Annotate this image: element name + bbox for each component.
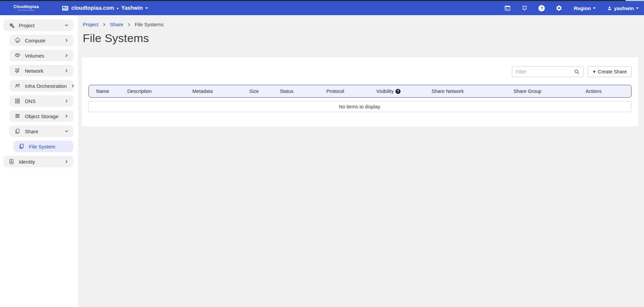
sidebar-item-label: Identity: [19, 159, 60, 165]
sidebar-item-network[interactable]: Network: [9, 65, 73, 76]
chevron-down-icon: [64, 129, 69, 134]
sidebar-item-label: Compute: [25, 38, 60, 43]
sidebar-item-label: DNS: [25, 98, 60, 104]
column-header-actions: Actions: [583, 89, 631, 94]
domain-project-switcher[interactable]: cloudtopiaa.com • Yashwin: [62, 5, 148, 11]
column-header-size[interactable]: Size: [247, 89, 277, 94]
user-dropdown[interactable]: yashwin: [607, 5, 639, 11]
sidebar-item-identity[interactable]: Identity: [3, 156, 73, 167]
sidebar-item-project[interactable]: Project: [3, 20, 73, 31]
sidebar-item-label: File System: [29, 144, 69, 149]
visibility-help-icon[interactable]: ?: [395, 89, 401, 94]
cube-icon: [14, 52, 21, 59]
sidebar-item-compute[interactable]: Compute: [9, 35, 73, 46]
breadcrumb-project-link[interactable]: Project: [83, 22, 99, 27]
sidebar-item-volumes[interactable]: Volumes: [9, 50, 73, 61]
sidebar-item-dns[interactable]: DNS: [9, 95, 73, 107]
create-share-label: Create Share: [598, 69, 627, 74]
column-header-name[interactable]: Name: [89, 89, 124, 94]
breadcrumb: Project Share File Systems: [83, 22, 644, 27]
user-icon: [607, 6, 612, 11]
column-header-protocol[interactable]: Protocol: [324, 89, 373, 94]
sidebar-item-object-storage[interactable]: Object Storage: [9, 110, 73, 122]
sidebar: Project Compute: [0, 15, 78, 307]
chevron-right-icon: [64, 68, 69, 73]
chevron-right-icon: [64, 98, 69, 104]
caret-down-icon: [636, 7, 639, 9]
sidebar-item-label: Network: [25, 68, 60, 74]
console-terminal-icon[interactable]: [504, 5, 511, 11]
copy-pages-icon: [14, 128, 21, 135]
caret-down-icon: [593, 7, 596, 9]
column-header-share-group[interactable]: Share Group: [511, 89, 583, 94]
chevron-down-icon: [64, 23, 69, 28]
sidebar-item-file-system[interactable]: File System: [13, 141, 73, 152]
create-share-button[interactable]: + Create Share: [588, 66, 632, 77]
server-stack-icon: [14, 98, 21, 104]
settings-gear-icon[interactable]: [556, 5, 562, 11]
table-empty-row: No items to display.: [88, 101, 632, 112]
search-icon[interactable]: [573, 68, 580, 75]
gears-icon: [8, 22, 15, 29]
sidebar-item-label: Share: [25, 129, 60, 134]
region-dropdown[interactable]: Region: [574, 5, 596, 11]
domain-name: cloudtopiaa.com: [71, 5, 114, 11]
chevron-right-icon: [102, 23, 106, 27]
column-header-status[interactable]: Status: [277, 89, 324, 94]
sidebar-item-share[interactable]: Share: [9, 126, 73, 137]
id-badge-icon: [8, 158, 15, 165]
chevron-right-icon: [71, 83, 75, 89]
bars-icon: [14, 113, 21, 120]
person-gear-icon: [14, 82, 21, 89]
brand-logo-title: Cloudtopiaa: [5, 5, 48, 9]
column-header-metadata[interactable]: Metadata: [190, 89, 247, 94]
filter-group: [512, 66, 583, 77]
sidebar-item-label: Infra Orchestration: [25, 83, 67, 89]
file-systems-panel: + Create Share Name Description Metadata…: [82, 57, 638, 127]
brand-logo[interactable]: Cloudtopiaa Your Cloud Partner: [5, 5, 48, 11]
sidebar-item-label: Object Storage: [25, 113, 60, 119]
chevron-right-icon: [64, 38, 69, 43]
chevron-right-icon: [64, 159, 69, 164]
sidebar-item-label: Project: [19, 23, 60, 28]
copy-pages-icon: [18, 143, 25, 150]
caret-down-icon: [145, 7, 148, 9]
chevron-right-icon: [64, 53, 69, 58]
navbar-actions: ? Region yashwin: [494, 5, 639, 11]
network-nodes-icon: [14, 67, 21, 74]
column-header-description[interactable]: Description: [124, 89, 190, 94]
project-name: Yashwin: [121, 5, 143, 11]
main-content: Project Share File Systems File Systems: [78, 15, 644, 307]
dot-separator: •: [117, 5, 118, 11]
filter-input[interactable]: [516, 69, 573, 74]
empty-message: No items to display.: [339, 104, 381, 109]
top-navbar: Cloudtopiaa Your Cloud Partner cloudtopi…: [0, 1, 644, 15]
column-header-visibility[interactable]: Visibility ?: [374, 89, 429, 94]
region-label: Region: [574, 5, 591, 11]
domain-card-icon: [62, 5, 69, 11]
chevron-right-icon: [127, 23, 131, 27]
notifications-bell-icon[interactable]: [521, 5, 528, 11]
breadcrumb-current: File Systems: [135, 22, 164, 27]
plus-icon: +: [593, 69, 596, 75]
table-toolbar: + Create Share: [88, 57, 632, 77]
username: yashwin: [614, 5, 634, 11]
help-icon[interactable]: ?: [538, 5, 545, 11]
table-header-row: Name Description Metadata Size Status Pr…: [88, 85, 632, 98]
cloud-compute-icon: [14, 37, 21, 44]
chevron-right-icon: [64, 113, 69, 119]
brand-logo-tagline: Your Cloud Partner: [5, 9, 48, 11]
sidebar-item-infra-orchestration[interactable]: Infra Orchestration: [9, 80, 73, 92]
column-header-share-network[interactable]: Share Network: [429, 89, 511, 94]
sidebar-item-label: Volumes: [25, 53, 60, 59]
page-title: File Systems: [83, 32, 644, 45]
breadcrumb-share-link[interactable]: Share: [110, 22, 123, 27]
